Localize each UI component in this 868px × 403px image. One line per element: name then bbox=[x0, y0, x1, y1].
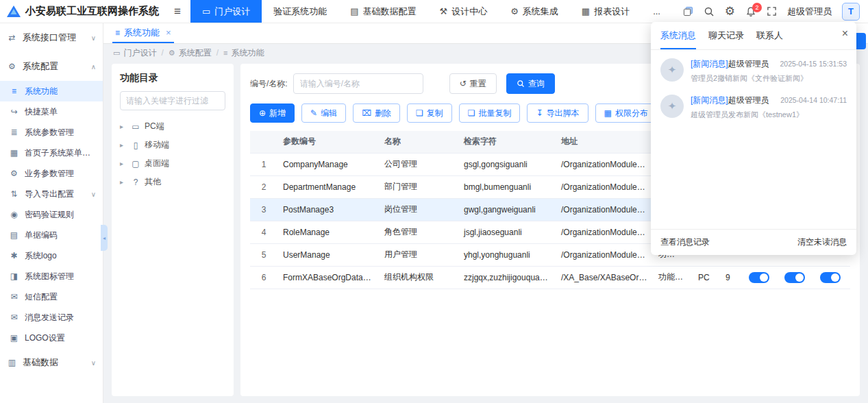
nav-item-1[interactable]: 验证系统功能 bbox=[262, 0, 338, 23]
sidebar-item-3[interactable]: ↪快捷菜单 bbox=[0, 101, 103, 122]
reset-button[interactable]: ↺ 重置 bbox=[449, 73, 497, 94]
popup-tabs: 系统消息聊天记录联系人× bbox=[651, 22, 856, 50]
app-logo-icon bbox=[7, 5, 21, 17]
message-title: [新闻消息]超级管理员 bbox=[691, 58, 769, 70]
tree-filter-input[interactable] bbox=[120, 91, 225, 110]
tree-expand-icon[interactable]: ▸ bbox=[120, 123, 127, 130]
panel-collapse-handle[interactable]: ◂ bbox=[101, 225, 108, 251]
export-script-button[interactable]: ↧导出脚本 bbox=[527, 103, 588, 123]
popup-tab-1[interactable]: 聊天记录 bbox=[708, 29, 744, 49]
notification-popup: 系统消息聊天记录联系人× ✦[新闻消息]超级管理员2025-04-15 15:3… bbox=[651, 22, 856, 255]
query-button[interactable]: 查询 bbox=[506, 73, 555, 94]
message-item[interactable]: ✦[新闻消息]超级管理员2025-04-15 15:31:53管理员2撤销新闻《… bbox=[651, 50, 856, 86]
message-time: 2025-04-15 15:31:53 bbox=[780, 60, 847, 68]
code-name-input[interactable] bbox=[293, 73, 423, 94]
toolbar-button-label: 批量复制 bbox=[478, 108, 511, 119]
toggle-switch[interactable] bbox=[820, 272, 841, 283]
fullscreen-icon[interactable] bbox=[767, 6, 777, 16]
permission-dist-button[interactable]: ▦权限分布 bbox=[595, 103, 657, 123]
sidebar-item-4[interactable]: ≣系统参数管理 bbox=[0, 122, 103, 143]
breadcrumb-item-1[interactable]: ⚙系统配置 bbox=[169, 47, 212, 59]
tree-node-2[interactable]: ▸▢桌面端 bbox=[120, 154, 225, 173]
tree-expand-icon[interactable]: ▸ bbox=[120, 178, 127, 186]
tab-close-icon[interactable]: × bbox=[166, 27, 171, 38]
breadcrumb-separator: / bbox=[161, 48, 163, 58]
edit-button[interactable]: ✎编辑 bbox=[301, 103, 346, 123]
sidebar-item-label: 系统logo bbox=[25, 250, 57, 262]
notification-bell-icon[interactable]: 2 bbox=[745, 6, 756, 17]
sidebar-item-7[interactable]: ⇅导入导出配置∨ bbox=[0, 184, 103, 204]
sidebar-item-15[interactable]: ▥基础数据∨ bbox=[0, 348, 103, 377]
close-icon[interactable]: × bbox=[842, 27, 848, 40]
sidebar-item-0[interactable]: ⇄系统接口管理∨ bbox=[0, 23, 103, 52]
message-avatar: ✦ bbox=[660, 95, 684, 118]
sms-icon: ✉ bbox=[9, 292, 19, 302]
sidebar-item-label: 消息发送记录 bbox=[25, 312, 74, 323]
top-navbar: 小安易联工业互联网操作系统 ≡ ▭门户设计验证系统功能▤基础数据配置⚒设计中心⚙… bbox=[0, 0, 868, 23]
table-cell: PC bbox=[693, 266, 720, 289]
sidebar-item-1[interactable]: ⚙系统配置∧ bbox=[0, 52, 103, 81]
sidebar-item-12[interactable]: ✉短信配置 bbox=[0, 286, 103, 307]
message-item[interactable]: ✦[新闻消息]超级管理员2025-04-14 10:47:11超级管理员发布新闻… bbox=[651, 86, 856, 123]
toolbar-button-label: 删除 bbox=[375, 108, 391, 119]
table-cell: gsgl,gongsiguanli bbox=[458, 153, 556, 175]
message-list: ✦[新闻消息]超级管理员2025-04-15 15:31:53管理员2撤销新闻《… bbox=[651, 50, 856, 229]
sidebar-item-8[interactable]: ◉密码验证规则 bbox=[0, 204, 103, 225]
table-row[interactable]: 6FormXABaseOrgDataOp…组织机构权限zzjgqx,zuzhij… bbox=[250, 266, 850, 289]
nav-item-label: 系统集成 bbox=[523, 5, 558, 18]
hamburger-menu-icon[interactable]: ≡ bbox=[174, 5, 181, 19]
search-icon[interactable] bbox=[704, 6, 715, 17]
clear-unread-link[interactable]: 清空未读消息 bbox=[797, 236, 847, 248]
popup-tab-0[interactable]: 系统消息 bbox=[660, 29, 696, 49]
nav-item-label: 报表设计 bbox=[594, 5, 630, 18]
sidebar-item-5[interactable]: ▦首页子系统菜单管理 bbox=[0, 143, 103, 163]
nav-item-2[interactable]: ▤基础数据配置 bbox=[338, 0, 427, 23]
nav-item-6[interactable]: ... bbox=[641, 0, 672, 23]
import-export-icon: ⇅ bbox=[9, 189, 19, 199]
nav-item-4[interactable]: ⚙系统集成 bbox=[499, 0, 570, 23]
message-time: 2025-04-14 10:47:11 bbox=[780, 96, 847, 104]
copy-button[interactable]: ❏复制 bbox=[407, 103, 452, 123]
tree-expand-icon[interactable]: ▸ bbox=[120, 160, 127, 167]
toggle-switch[interactable] bbox=[784, 272, 805, 283]
table-cell: FormXABaseOrgDataOp… bbox=[277, 266, 379, 289]
mail-icon: ✉ bbox=[9, 313, 19, 322]
function-directory-panel: 功能目录 ▸▭PC端▸▯移动端▸▢桌面端▸?其他 bbox=[112, 64, 234, 396]
tab-system-functions[interactable]: ≡ 系统功能 × bbox=[112, 23, 174, 43]
breadcrumb-item-2[interactable]: ≡系统功能 bbox=[223, 47, 264, 59]
table-cell: 4 bbox=[250, 221, 277, 243]
tree-node-3[interactable]: ▸?其他 bbox=[120, 173, 225, 191]
toolbar-button-label: 导出脚本 bbox=[547, 108, 580, 119]
sidebar-item-2[interactable]: ≡系统功能 bbox=[0, 81, 103, 101]
tree-node-0[interactable]: ▸▭PC端 bbox=[120, 117, 225, 136]
avatar[interactable]: T bbox=[842, 3, 860, 21]
sidebar-item-9[interactable]: ▤单据编码 bbox=[0, 225, 103, 245]
sidebar-item-6[interactable]: ⚙业务参数管理 bbox=[0, 163, 103, 184]
table-cell: zzjgqx,zuzhijigouquanxian bbox=[458, 266, 556, 289]
table-cell: CompanyManage bbox=[277, 153, 379, 175]
delete-button[interactable]: ⌧删除 bbox=[353, 103, 400, 123]
sidebar-item-10[interactable]: ✱系统logo bbox=[0, 245, 103, 266]
table-cell: RoleManage bbox=[277, 221, 379, 243]
nav-item-5[interactable]: ▦报表设计 bbox=[570, 0, 641, 23]
breadcrumb-label: 门户设计 bbox=[123, 47, 156, 59]
popup-tab-2[interactable]: 联系人 bbox=[756, 29, 783, 49]
sidebar-item-label: 系统参数管理 bbox=[25, 127, 74, 138]
nav-item-3[interactable]: ⚒设计中心 bbox=[428, 0, 499, 23]
add-button[interactable]: ⊕新增 bbox=[250, 103, 295, 123]
sidebar-item-11[interactable]: ◨系统图标管理 bbox=[0, 266, 103, 286]
tree-node-1[interactable]: ▸▯移动端 bbox=[120, 136, 225, 154]
current-user-name[interactable]: 超级管理员 bbox=[787, 5, 832, 18]
sidebar-item-label: 基础数据 bbox=[23, 356, 58, 369]
toggle-switch[interactable] bbox=[749, 272, 769, 283]
chevron-down-icon: ∨ bbox=[91, 34, 96, 42]
sidebar-item-13[interactable]: ✉消息发送记录 bbox=[0, 307, 103, 328]
gear-icon[interactable]: ⚙ bbox=[725, 5, 735, 17]
view-message-log-link[interactable]: 查看消息记录 bbox=[660, 236, 710, 248]
nav-item-0[interactable]: ▭门户设计 bbox=[190, 0, 262, 23]
tree-expand-icon[interactable]: ▸ bbox=[120, 141, 127, 149]
screenshot-copy-icon[interactable] bbox=[683, 6, 693, 16]
breadcrumb-item-0[interactable]: ▭门户设计 bbox=[113, 47, 156, 59]
batch-copy-button[interactable]: ❏批量复制 bbox=[459, 103, 521, 123]
sidebar-item-14[interactable]: ▣LOGO设置 bbox=[0, 328, 103, 348]
